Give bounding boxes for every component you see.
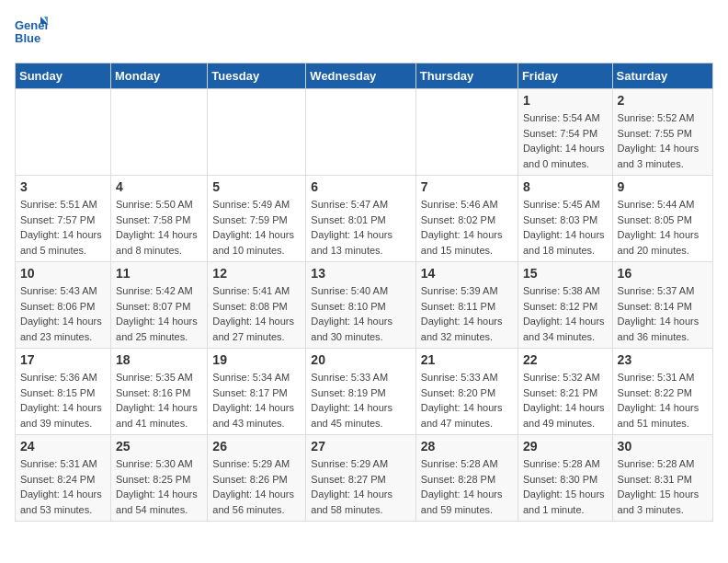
day-cell: 11Sunrise: 5:42 AM Sunset: 8:07 PM Dayli… <box>111 262 208 349</box>
day-info: Sunrise: 5:28 AM Sunset: 8:30 PM Dayligh… <box>523 456 608 517</box>
day-number: 7 <box>421 179 513 194</box>
day-cell <box>415 89 518 176</box>
day-cell: 3Sunrise: 5:51 AM Sunset: 7:57 PM Daylig… <box>16 176 111 262</box>
day-number: 21 <box>421 352 513 367</box>
day-number: 10 <box>20 266 106 281</box>
day-info: Sunrise: 5:42 AM Sunset: 8:07 PM Dayligh… <box>116 283 202 344</box>
day-info: Sunrise: 5:31 AM Sunset: 8:24 PM Dayligh… <box>20 456 106 517</box>
day-info: Sunrise: 5:50 AM Sunset: 7:58 PM Dayligh… <box>116 197 202 258</box>
day-info: Sunrise: 5:45 AM Sunset: 8:03 PM Dayligh… <box>523 197 608 258</box>
day-number: 5 <box>212 179 301 194</box>
day-number: 11 <box>116 266 202 281</box>
week-row-4: 17Sunrise: 5:36 AM Sunset: 8:15 PM Dayli… <box>16 349 713 435</box>
day-info: Sunrise: 5:36 AM Sunset: 8:15 PM Dayligh… <box>20 370 106 431</box>
day-info: Sunrise: 5:33 AM Sunset: 8:19 PM Dayligh… <box>311 370 410 431</box>
week-row-2: 3Sunrise: 5:51 AM Sunset: 7:57 PM Daylig… <box>16 176 713 262</box>
day-info: Sunrise: 5:35 AM Sunset: 8:16 PM Dayligh… <box>116 370 202 431</box>
day-info: Sunrise: 5:54 AM Sunset: 7:54 PM Dayligh… <box>523 110 608 171</box>
day-cell <box>16 89 111 176</box>
day-cell <box>306 89 415 176</box>
day-number: 6 <box>311 179 410 194</box>
day-number: 17 <box>20 352 106 367</box>
day-number: 18 <box>116 352 202 367</box>
day-info: Sunrise: 5:33 AM Sunset: 8:20 PM Dayligh… <box>421 370 513 431</box>
svg-text:Blue: Blue <box>15 31 40 45</box>
day-number: 27 <box>311 439 410 454</box>
day-cell: 24Sunrise: 5:31 AM Sunset: 8:24 PM Dayli… <box>16 435 111 522</box>
day-cell: 12Sunrise: 5:41 AM Sunset: 8:08 PM Dayli… <box>208 262 306 349</box>
day-info: Sunrise: 5:31 AM Sunset: 8:22 PM Dayligh… <box>618 370 708 431</box>
day-info: Sunrise: 5:41 AM Sunset: 8:08 PM Dayligh… <box>212 283 301 344</box>
day-info: Sunrise: 5:49 AM Sunset: 7:59 PM Dayligh… <box>212 197 301 258</box>
day-cell: 7Sunrise: 5:46 AM Sunset: 8:02 PM Daylig… <box>415 176 518 262</box>
day-cell: 6Sunrise: 5:47 AM Sunset: 8:01 PM Daylig… <box>306 176 415 262</box>
day-info: Sunrise: 5:39 AM Sunset: 8:11 PM Dayligh… <box>421 283 513 344</box>
day-info: Sunrise: 5:37 AM Sunset: 8:14 PM Dayligh… <box>618 283 708 344</box>
header-cell-sunday: Sunday <box>16 63 111 89</box>
day-cell: 5Sunrise: 5:49 AM Sunset: 7:59 PM Daylig… <box>208 176 306 262</box>
header-cell-monday: Monday <box>111 63 208 89</box>
day-number: 8 <box>523 179 608 194</box>
day-number: 16 <box>618 266 708 281</box>
header-cell-friday: Friday <box>518 63 612 89</box>
week-row-3: 10Sunrise: 5:43 AM Sunset: 8:06 PM Dayli… <box>16 262 713 349</box>
week-row-1: 1Sunrise: 5:54 AM Sunset: 7:54 PM Daylig… <box>16 89 713 176</box>
day-info: Sunrise: 5:46 AM Sunset: 8:02 PM Dayligh… <box>421 197 513 258</box>
day-cell <box>111 89 208 176</box>
day-number: 30 <box>618 439 708 454</box>
day-info: Sunrise: 5:43 AM Sunset: 8:06 PM Dayligh… <box>20 283 106 344</box>
day-info: Sunrise: 5:30 AM Sunset: 8:25 PM Dayligh… <box>116 456 202 517</box>
day-cell: 9Sunrise: 5:44 AM Sunset: 8:05 PM Daylig… <box>612 176 712 262</box>
day-number: 26 <box>212 439 301 454</box>
day-cell: 8Sunrise: 5:45 AM Sunset: 8:03 PM Daylig… <box>518 176 612 262</box>
day-info: Sunrise: 5:28 AM Sunset: 8:31 PM Dayligh… <box>618 456 708 517</box>
day-number: 15 <box>523 266 608 281</box>
day-cell: 15Sunrise: 5:38 AM Sunset: 8:12 PM Dayli… <box>518 262 612 349</box>
day-number: 29 <box>523 439 608 454</box>
day-number: 14 <box>421 266 513 281</box>
day-cell: 20Sunrise: 5:33 AM Sunset: 8:19 PM Dayli… <box>306 349 415 435</box>
day-cell: 28Sunrise: 5:28 AM Sunset: 8:28 PM Dayli… <box>415 435 518 522</box>
day-number: 24 <box>20 439 106 454</box>
day-number: 23 <box>618 352 708 367</box>
day-info: Sunrise: 5:47 AM Sunset: 8:01 PM Dayligh… <box>311 197 410 258</box>
day-cell: 21Sunrise: 5:33 AM Sunset: 8:20 PM Dayli… <box>415 349 518 435</box>
day-number: 9 <box>618 179 708 194</box>
day-number: 28 <box>421 439 513 454</box>
day-cell: 2Sunrise: 5:52 AM Sunset: 7:55 PM Daylig… <box>612 89 712 176</box>
day-cell: 14Sunrise: 5:39 AM Sunset: 8:11 PM Dayli… <box>415 262 518 349</box>
day-cell: 27Sunrise: 5:29 AM Sunset: 8:27 PM Dayli… <box>306 435 415 522</box>
day-number: 2 <box>618 93 708 108</box>
day-info: Sunrise: 5:29 AM Sunset: 8:27 PM Dayligh… <box>311 456 410 517</box>
day-number: 4 <box>116 179 202 194</box>
day-number: 12 <box>212 266 301 281</box>
day-number: 3 <box>20 179 106 194</box>
day-number: 1 <box>523 93 608 108</box>
day-cell: 4Sunrise: 5:50 AM Sunset: 7:58 PM Daylig… <box>111 176 208 262</box>
day-number: 13 <box>311 266 410 281</box>
week-row-5: 24Sunrise: 5:31 AM Sunset: 8:24 PM Dayli… <box>16 435 713 522</box>
day-info: Sunrise: 5:38 AM Sunset: 8:12 PM Dayligh… <box>523 283 608 344</box>
calendar-table: SundayMondayTuesdayWednesdayThursdayFrid… <box>15 63 713 522</box>
day-cell: 1Sunrise: 5:54 AM Sunset: 7:54 PM Daylig… <box>518 89 612 176</box>
day-cell: 22Sunrise: 5:32 AM Sunset: 8:21 PM Dayli… <box>518 349 612 435</box>
day-cell: 25Sunrise: 5:30 AM Sunset: 8:25 PM Dayli… <box>111 435 208 522</box>
day-cell: 26Sunrise: 5:29 AM Sunset: 8:26 PM Dayli… <box>208 435 306 522</box>
day-info: Sunrise: 5:44 AM Sunset: 8:05 PM Dayligh… <box>618 197 708 258</box>
day-info: Sunrise: 5:34 AM Sunset: 8:17 PM Dayligh… <box>212 370 301 431</box>
logo: General Blue <box>15 15 48 52</box>
day-info: Sunrise: 5:52 AM Sunset: 7:55 PM Dayligh… <box>618 110 708 171</box>
day-info: Sunrise: 5:28 AM Sunset: 8:28 PM Dayligh… <box>421 456 513 517</box>
day-info: Sunrise: 5:51 AM Sunset: 7:57 PM Dayligh… <box>20 197 106 258</box>
day-cell: 18Sunrise: 5:35 AM Sunset: 8:16 PM Dayli… <box>111 349 208 435</box>
header-row: SundayMondayTuesdayWednesdayThursdayFrid… <box>16 63 713 89</box>
header-cell-thursday: Thursday <box>415 63 518 89</box>
header: General Blue <box>15 15 713 52</box>
header-cell-tuesday: Tuesday <box>208 63 306 89</box>
day-cell: 19Sunrise: 5:34 AM Sunset: 8:17 PM Dayli… <box>208 349 306 435</box>
header-cell-wednesday: Wednesday <box>306 63 415 89</box>
day-cell: 17Sunrise: 5:36 AM Sunset: 8:15 PM Dayli… <box>16 349 111 435</box>
day-number: 22 <box>523 352 608 367</box>
day-number: 25 <box>116 439 202 454</box>
header-cell-saturday: Saturday <box>612 63 712 89</box>
